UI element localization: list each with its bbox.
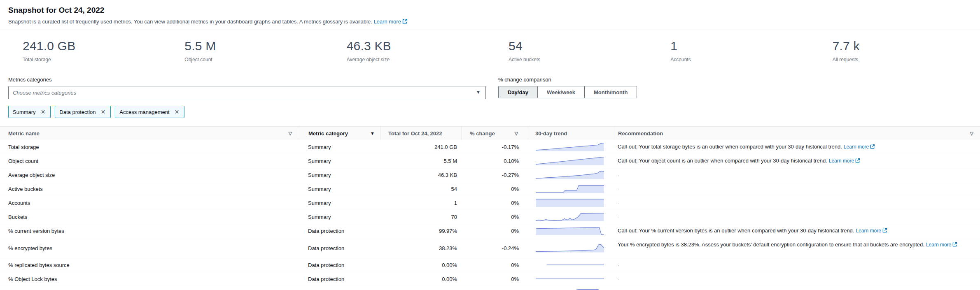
column-label: Recommendation xyxy=(618,130,663,137)
sort-descending-icon[interactable]: ▼ xyxy=(370,131,375,136)
cell-metric-name: % Object Ownership bucket owner enforced… xyxy=(0,286,298,290)
metrics-categories-select[interactable]: Choose metrics categories ▼ xyxy=(8,86,486,99)
trend-sparkline xyxy=(535,141,605,153)
cell-change: 0% xyxy=(461,224,528,238)
metric-value: 54 xyxy=(509,39,656,53)
summary-metrics-row: 241.0 GB Total storage 5.5 M Object coun… xyxy=(0,30,980,71)
cell-trend xyxy=(528,196,613,210)
cell-recommendation: Call-out: Your % current version bytes i… xyxy=(613,224,980,238)
cell-recommendation: Your % encrypted bytes is 38.23%. Assess… xyxy=(613,238,980,258)
close-icon[interactable]: ✕ xyxy=(40,108,47,116)
cell-trend xyxy=(528,182,613,196)
recommendation-learn-more-link[interactable]: Learn more xyxy=(829,158,860,164)
cell-metric-category: Summary xyxy=(298,168,380,182)
trend-sparkline xyxy=(535,183,605,195)
cell-change: 0% xyxy=(461,182,528,196)
table-row: % Object Lock bytes Data protection 0.00… xyxy=(0,272,980,286)
trend-sparkline xyxy=(535,211,605,223)
recommendation-text: Call-out: Your % current version bytes i… xyxy=(618,227,854,234)
metrics-categories-placeholder: Choose metrics categories xyxy=(13,90,76,96)
cell-metric-name: Buckets xyxy=(0,210,298,224)
trend-sparkline xyxy=(535,242,605,254)
metric-label: Average object size xyxy=(347,57,494,63)
recommendation-text: Call-out: Your object count is an outlie… xyxy=(618,158,827,164)
cell-recommendation: - xyxy=(613,272,980,286)
close-icon[interactable]: ✕ xyxy=(100,108,107,116)
metric-label: Active buckets xyxy=(509,57,656,63)
metric-value: 5.5 M xyxy=(184,39,332,53)
column-label: Metric category xyxy=(308,130,348,137)
column-label: 30-day trend xyxy=(535,130,567,137)
metric-average-object-size: 46.3 KB Average object size xyxy=(332,39,494,63)
column-header-metric-name: Metric name ▽ xyxy=(0,127,298,140)
recommendation-text: Call-out: Your total storage bytes is an… xyxy=(618,144,842,150)
metric-label: Accounts xyxy=(670,57,818,63)
segment-week-week[interactable]: Week/week xyxy=(538,86,585,98)
cell-metric-category: Summary xyxy=(298,210,380,224)
glossary-learn-more-link[interactable]: Learn more xyxy=(373,19,407,25)
column-header-metric-category[interactable]: Metric category ▼ xyxy=(298,127,380,140)
filter-icon[interactable]: ▽ xyxy=(289,131,292,136)
metric-total-storage: 241.0 GB Total storage xyxy=(8,39,170,63)
trend-sparkline xyxy=(535,259,605,271)
cell-metric-category: Summary xyxy=(298,182,380,196)
cell-metric-category: Summary xyxy=(298,196,380,210)
recommendation-learn-more-link[interactable]: Learn more xyxy=(926,242,957,248)
cell-metric-name: Accounts xyxy=(0,196,298,210)
trend-sparkline xyxy=(535,225,605,237)
cell-total: 46.3 KB xyxy=(380,168,461,182)
filter-icon[interactable]: ▽ xyxy=(515,131,518,136)
external-link-icon xyxy=(870,144,875,149)
token-access-management: Access management ✕ xyxy=(115,106,184,118)
learn-more-label: Learn more xyxy=(373,19,401,25)
segment-day-day[interactable]: Day/day xyxy=(498,86,538,98)
cell-total: 70 xyxy=(380,210,461,224)
cell-change: 0% xyxy=(461,210,528,224)
recommendation-learn-more-link[interactable]: Learn more xyxy=(856,228,887,234)
metric-value: 7.7 k xyxy=(833,39,980,53)
metric-value: 241.0 GB xyxy=(23,39,170,53)
cell-total: 0.00% xyxy=(380,258,461,272)
cell-recommendation: Call-out: Your object count is an outlie… xyxy=(613,154,980,168)
cell-metric-name: Total storage xyxy=(0,140,298,154)
metric-label: Total storage xyxy=(23,57,170,63)
token-data-protection: Data protection ✕ xyxy=(55,106,111,118)
cell-metric-name: Average object size xyxy=(0,168,298,182)
table-row: % Object Ownership bucket owner enforced… xyxy=(0,286,980,290)
column-label: % change xyxy=(470,130,495,137)
table-row: Average object size Summary 46.3 KB -0.2… xyxy=(0,168,980,182)
trend-sparkline xyxy=(535,197,605,209)
cell-change: -0.24% xyxy=(461,238,528,258)
segment-month-month[interactable]: Month/month xyxy=(585,86,637,98)
recommendation-text: - xyxy=(618,186,619,192)
table-row: % replicated bytes source Data protectio… xyxy=(0,258,980,272)
table-row: % current version bytes Data protection … xyxy=(0,224,980,238)
cell-recommendation: - xyxy=(613,286,980,290)
cell-recommendation: - xyxy=(613,210,980,224)
cell-metric-category: Data protection xyxy=(298,238,380,258)
change-comparison-label: % change comparison xyxy=(498,77,637,83)
table-row: % encrypted bytes Data protection 38.23%… xyxy=(0,238,980,258)
change-comparison-segmented-control: Day/day Week/week Month/month xyxy=(498,86,637,98)
cell-trend xyxy=(528,154,613,168)
cell-change: 0% xyxy=(461,258,528,272)
cell-recommendation: - xyxy=(613,168,980,182)
cell-change: 0% xyxy=(461,286,528,290)
token-label: Summary xyxy=(13,109,36,115)
close-icon[interactable]: ✕ xyxy=(174,108,180,116)
cell-recommendation: - xyxy=(613,196,980,210)
cell-change: -0.17% xyxy=(461,140,528,154)
cell-change: 0% xyxy=(461,272,528,286)
cell-recommendation: - xyxy=(613,182,980,196)
token-label: Data protection xyxy=(59,109,96,115)
filter-icon[interactable]: ▽ xyxy=(970,131,973,136)
recommendation-learn-more-link[interactable]: Learn more xyxy=(844,144,875,150)
cell-metric-name: Object count xyxy=(0,154,298,168)
cell-trend xyxy=(528,258,613,272)
recommendation-text: - xyxy=(618,172,619,178)
external-link-icon xyxy=(882,228,887,233)
metric-value: 46.3 KB xyxy=(347,39,494,53)
page-description-text: Snapshot is a curated list of frequently… xyxy=(8,19,372,25)
metric-all-requests: 7.7 k All requests xyxy=(818,39,980,63)
column-label: Total for Oct 24, 2022 xyxy=(388,130,442,137)
